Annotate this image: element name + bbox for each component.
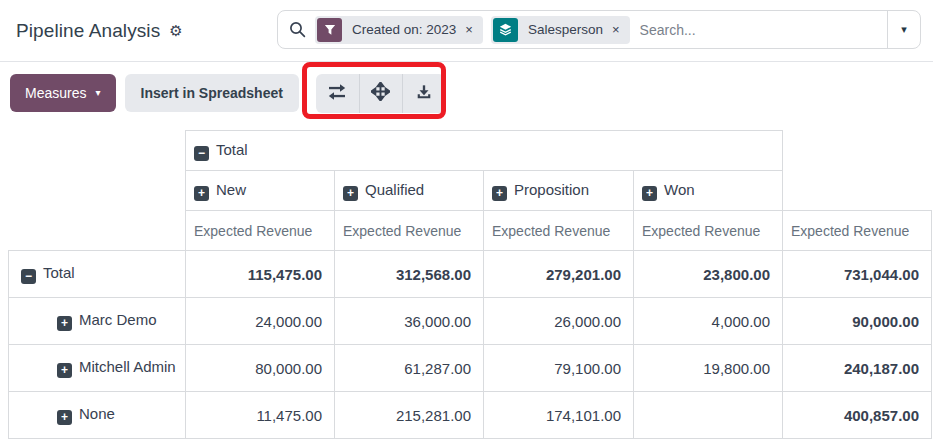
empty-header-cell xyxy=(783,131,932,171)
pipeline-analysis-screen: Pipeline Analysis ⚙ Created on: 2023 × xyxy=(0,0,933,445)
measure-header[interactable]: Expected Revenue xyxy=(484,211,634,251)
col-header-new[interactable]: +New xyxy=(186,171,335,211)
cell-value: 19,800.00 xyxy=(634,345,783,392)
control-panel: Pipeline Analysis ⚙ Created on: 2023 × xyxy=(0,0,933,62)
download-button[interactable] xyxy=(402,74,445,113)
flip-axis-icon xyxy=(327,82,347,105)
empty-header-cell xyxy=(783,171,932,211)
chevron-down-icon: ▾ xyxy=(95,88,100,98)
download-icon xyxy=(415,83,433,104)
col-header-proposition[interactable]: +Proposition xyxy=(484,171,634,211)
pivot-toolbar: Measures ▾ Insert in Spreadsheet xyxy=(0,62,933,124)
cell-value: 4,000.00 xyxy=(634,298,783,345)
facet-label: Salesperson xyxy=(518,22,612,37)
search-bar[interactable]: Created on: 2023 × Salesperson × ▾ xyxy=(277,10,921,49)
table-row-marc-demo: +Marc Demo 24,000.00 36,000.00 26,000.00… xyxy=(9,298,932,345)
facet-label: Created on: 2023 xyxy=(342,22,465,37)
cell-value: 312,568.00 xyxy=(335,251,484,298)
cell-value: 90,000.00 xyxy=(783,298,932,345)
collapse-icon[interactable]: − xyxy=(194,146,209,161)
flip-axis-button[interactable] xyxy=(316,74,359,113)
expand-all-button[interactable] xyxy=(359,74,402,113)
cell-value: 23,800.00 xyxy=(634,251,783,298)
table-row-mitchell-admin: +Mitchell Admin 80,000.00 61,287.00 79,1… xyxy=(9,345,932,392)
measure-header[interactable]: Expected Revenue xyxy=(335,211,484,251)
measures-button[interactable]: Measures ▾ xyxy=(10,74,116,112)
row-header-none[interactable]: +None xyxy=(9,392,186,439)
col-header-qualified[interactable]: +Qualified xyxy=(335,171,484,211)
cell-value: 26,000.00 xyxy=(484,298,634,345)
gear-icon[interactable]: ⚙ xyxy=(169,23,182,38)
measures-row: Expected Revenue Expected Revenue Expect… xyxy=(9,211,932,251)
col-headers-row: +New +Qualified +Proposition +Won xyxy=(9,171,932,211)
search-icon xyxy=(289,21,306,38)
search-input[interactable] xyxy=(638,21,887,39)
cell-value: 115,475.00 xyxy=(186,251,335,298)
expand-icon[interactable]: + xyxy=(57,363,72,378)
col-group-total[interactable]: −Total xyxy=(186,131,783,171)
expand-icon[interactable]: + xyxy=(343,186,358,201)
cell-value: 61,287.00 xyxy=(335,345,484,392)
chevron-down-icon: ▾ xyxy=(901,24,907,35)
cell-value: 240,187.00 xyxy=(783,345,932,392)
remove-facet-icon[interactable]: × xyxy=(612,23,628,36)
table-row-total: −Total 115,475.00 312,568.00 279,201.00 … xyxy=(9,251,932,298)
col-header-won[interactable]: +Won xyxy=(634,171,783,211)
cell-value: 731,044.00 xyxy=(783,251,932,298)
cell-value: 24,000.00 xyxy=(186,298,335,345)
empty-header-cell xyxy=(9,171,186,211)
cell-value: 279,201.00 xyxy=(484,251,634,298)
breadcrumb: Pipeline Analysis ⚙ xyxy=(0,20,183,42)
empty-header-cell xyxy=(9,131,186,171)
cell-value: 36,000.00 xyxy=(335,298,484,345)
expand-icon[interactable]: + xyxy=(194,186,209,201)
facet-created-on[interactable]: Created on: 2023 × xyxy=(315,16,483,44)
expand-icon[interactable]: + xyxy=(642,186,657,201)
pivot-table: −Total +New +Qualified +Proposition +Won xyxy=(8,130,932,439)
row-header-total[interactable]: −Total xyxy=(9,251,186,298)
expand-icon[interactable]: + xyxy=(57,410,72,425)
measure-header[interactable]: Expected Revenue xyxy=(634,211,783,251)
cell-value xyxy=(634,392,783,439)
insert-in-spreadsheet-button[interactable]: Insert in Spreadsheet xyxy=(125,74,299,112)
cell-value: 174,101.00 xyxy=(484,392,634,439)
cell-value: 215,281.00 xyxy=(335,392,484,439)
layers-icon xyxy=(493,18,518,42)
measures-label: Measures xyxy=(25,85,86,101)
measure-header[interactable]: Expected Revenue xyxy=(783,211,932,251)
row-header-marc-demo[interactable]: +Marc Demo xyxy=(9,298,186,345)
cell-value: 80,000.00 xyxy=(186,345,335,392)
expand-icon[interactable]: + xyxy=(57,316,72,331)
remove-facet-icon[interactable]: × xyxy=(465,23,481,36)
table-row-none: +None 11,475.00 215,281.00 174,101.00 40… xyxy=(9,392,932,439)
expand-icon[interactable]: + xyxy=(492,186,507,201)
cell-value: 79,100.00 xyxy=(484,345,634,392)
pivot-action-icons xyxy=(316,74,445,113)
measure-header[interactable]: Expected Revenue xyxy=(186,211,335,251)
filter-icon xyxy=(317,18,342,42)
page-title: Pipeline Analysis xyxy=(16,20,160,42)
facet-salesperson[interactable]: Salesperson × xyxy=(491,16,630,44)
cell-value: 11,475.00 xyxy=(186,392,335,439)
arrows-move-icon xyxy=(371,82,390,104)
col-group-row: −Total xyxy=(9,131,932,171)
collapse-icon[interactable]: − xyxy=(21,269,36,284)
empty-header-cell xyxy=(9,211,186,251)
cell-value: 400,857.00 xyxy=(783,392,932,439)
row-header-mitchell-admin[interactable]: +Mitchell Admin xyxy=(9,345,186,392)
search-dropdown-toggle[interactable]: ▾ xyxy=(887,11,920,48)
